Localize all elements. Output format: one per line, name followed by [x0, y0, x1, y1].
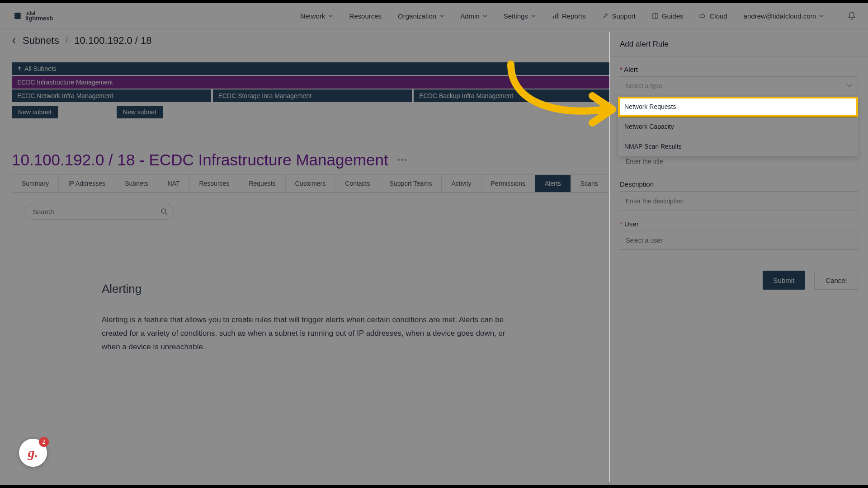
nav-support[interactable]: Support: [602, 12, 636, 20]
badge-count: 2: [39, 437, 49, 447]
nav-label: Settings: [504, 12, 528, 20]
tab-nat[interactable]: NAT: [158, 175, 190, 192]
tab-support-teams[interactable]: Support Teams: [380, 175, 442, 192]
tabs: Summary IP Addresses Subnets NAT Resourc…: [12, 174, 615, 192]
nav-label: Network: [300, 12, 325, 20]
nav-user[interactable]: andrew@tidalcloud.com: [744, 12, 824, 20]
breadcrumb-sep: /: [66, 35, 68, 46]
breadcrumb-subnets[interactable]: Subnets: [23, 35, 59, 47]
tree-ecdc-infra[interactable]: ECDC Infrastructure Management: [12, 76, 613, 89]
new-subnet-button[interactable]: New subnet: [117, 106, 163, 118]
subnet-tree: All Subnets ECDC Infrastructure Manageme…: [12, 62, 613, 118]
tab-activity[interactable]: Activity: [442, 175, 481, 192]
description-label: Description: [620, 180, 858, 188]
tree-all-subnets[interactable]: All Subnets: [12, 62, 613, 75]
tab-alerts[interactable]: Alerts: [535, 175, 571, 192]
floating-badge[interactable]: g. 2: [19, 439, 47, 467]
wrench-icon: [602, 13, 609, 19]
back-icon[interactable]: [12, 38, 16, 44]
dropdown-item-nmap-scan[interactable]: NMAP Scan Results: [618, 136, 858, 156]
cloud-icon: [699, 13, 706, 19]
cancel-button[interactable]: Cancel: [814, 271, 858, 290]
alerting-body: Alerting is a feature that allows you to…: [102, 313, 525, 354]
chevron-down-icon: [328, 14, 333, 17]
alerting-heading: Alerting: [102, 282, 525, 296]
bell-icon[interactable]: [848, 12, 855, 20]
more-icon[interactable]: •••: [397, 156, 408, 164]
svg-rect-5: [557, 13, 558, 18]
breadcrumb-current: 10.100.192.0 / 18: [74, 35, 151, 47]
alert-label: Alert: [620, 66, 858, 73]
tab-customers[interactable]: Customers: [286, 175, 336, 192]
alert-type-select[interactable]: Select a type: [620, 76, 858, 95]
up-arrow-icon: [17, 66, 22, 71]
chevron-down-icon: [483, 14, 487, 17]
nav-label: Cloud: [709, 12, 727, 20]
logo[interactable]: tidal lightmesh: [13, 10, 53, 21]
nav-guides[interactable]: Guides: [652, 12, 684, 20]
tree-storage-infra[interactable]: ECDC Storage Inra Management: [213, 89, 412, 102]
alert-type-dropdown: Network Requests Network Capacity NMAP S…: [618, 97, 858, 156]
alerts-card: Alerting Alerting is a feature that allo…: [12, 192, 615, 365]
nav-label: Guides: [662, 12, 684, 20]
tree-network-infra[interactable]: ECDC Network Infra Management: [12, 89, 211, 102]
nav-network[interactable]: Network: [300, 12, 333, 20]
nav-organization[interactable]: Organization: [398, 12, 444, 20]
new-subnet-button[interactable]: New subnet: [12, 106, 58, 118]
description-input[interactable]: [620, 191, 858, 211]
svg-line-9: [165, 213, 167, 215]
book-icon: [652, 13, 659, 19]
svg-rect-3: [553, 16, 554, 19]
chevron-down-icon: [531, 14, 536, 17]
tab-contacts[interactable]: Contacts: [335, 175, 380, 192]
nav-resources[interactable]: Resources: [349, 12, 382, 20]
page-title-text: 10.100.192.0 / 18 - ECDC Infrastructure …: [12, 151, 388, 169]
user-label: User: [620, 220, 858, 228]
nav-settings[interactable]: Settings: [504, 12, 536, 20]
search-input[interactable]: [25, 204, 174, 220]
chevron-down-icon: [847, 84, 852, 88]
tab-permissions[interactable]: Permissions: [481, 175, 535, 192]
svg-point-8: [161, 209, 166, 213]
select-placeholder: Select a type: [626, 82, 662, 89]
dropdown-item-network-requests[interactable]: Network Requests: [618, 97, 858, 117]
svg-point-2: [14, 17, 22, 19]
nav-label: Support: [612, 12, 636, 20]
tab-ip-addresses[interactable]: IP Addresses: [59, 175, 115, 192]
logo-line2: lightmesh: [25, 16, 53, 21]
nav-cloud[interactable]: Cloud: [699, 12, 727, 20]
nav-label: Organization: [398, 12, 436, 20]
nav-label: Reports: [562, 12, 586, 20]
dropdown-item-network-capacity[interactable]: Network Capacity: [618, 117, 858, 136]
top-navbar: tidal lightmesh Network Resources Organi…: [0, 3, 868, 29]
tab-resources[interactable]: Resources: [190, 175, 240, 192]
nav-label: andrew@tidalcloud.com: [744, 12, 816, 20]
logo-text: tidal lightmesh: [25, 10, 53, 21]
svg-rect-4: [555, 14, 556, 18]
tab-scans[interactable]: Scans: [571, 175, 608, 192]
nav-reports[interactable]: Reports: [552, 12, 586, 20]
nav-admin[interactable]: Admin: [460, 12, 487, 20]
nav-label: Admin: [460, 12, 480, 20]
tree-backup-infra[interactable]: ECDC Backup Infra Management: [414, 89, 613, 102]
logo-icon: [13, 11, 23, 21]
user-select[interactable]: [620, 231, 858, 250]
tab-subnets[interactable]: Subnets: [115, 175, 158, 192]
submit-button[interactable]: Submit: [763, 271, 806, 290]
chevron-down-icon: [819, 14, 824, 17]
nav-label: Resources: [349, 12, 382, 20]
tree-label: All Subnets: [24, 65, 57, 72]
tab-summary[interactable]: Summary: [12, 175, 59, 192]
badge-letter: g.: [28, 445, 38, 460]
search-icon: [160, 208, 168, 215]
tab-requests[interactable]: Requests: [239, 175, 285, 192]
panel-title: Add alert Rule: [610, 32, 868, 56]
chevron-down-icon: [439, 14, 444, 17]
chart-icon: [552, 13, 559, 19]
